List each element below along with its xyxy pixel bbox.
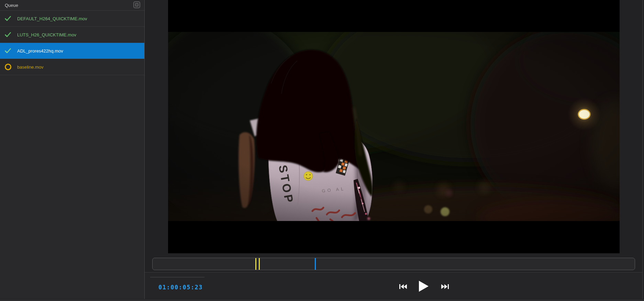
transport-bar: 01:00:05:23 (145, 272, 642, 299)
queue-item-label: DEFAULT_H264_QUICKTIME.mov (17, 16, 87, 21)
queue-item-default-h264[interactable]: DEFAULT_H264_QUICKTIME.mov (0, 11, 144, 27)
panel-icon[interactable] (133, 1, 140, 8)
transport-separator (150, 277, 204, 277)
queue-panel: Queue DEFAULT_H264_QUICKTIME.mov LUTS_H2… (0, 0, 144, 299)
timecode-display: 01:00:05:23 (158, 284, 203, 291)
queue-item-adl-prores-selected[interactable]: ADL_prores422hq.mov (0, 43, 144, 59)
video-player-letterbox: NIKE STOP (168, 0, 620, 253)
check-icon (5, 48, 11, 54)
skip-forward-icon[interactable] (441, 284, 449, 289)
play-icon[interactable] (419, 281, 429, 292)
timeline-cue-marker[interactable] (255, 258, 256, 270)
timeline-scrubber[interactable] (152, 258, 635, 270)
queue-item-label: baseline.mov (17, 65, 44, 70)
video-frame: NIKE STOP (168, 32, 620, 221)
window-bottom-strip (0, 299, 644, 301)
right-pane-border (642, 0, 643, 299)
timeline-cue-marker[interactable] (259, 258, 260, 270)
queue-item-baseline[interactable]: baseline.mov (0, 59, 144, 75)
check-icon (5, 32, 11, 37)
pending-circle-icon (5, 64, 11, 70)
sidebar-divider (144, 0, 145, 299)
panel-icon-inner-square (135, 3, 138, 7)
timeline-playhead[interactable] (315, 258, 316, 270)
skip-back-icon[interactable] (399, 284, 407, 289)
queue-item-label: ADL_prores422hq.mov (17, 48, 63, 54)
check-icon (5, 16, 11, 21)
queue-title: Queue (5, 3, 18, 8)
media-review-window: Queue DEFAULT_H264_QUICKTIME.mov LUTS_H2… (0, 0, 644, 301)
queue-item-luts-h26[interactable]: LUTS_H26_QUICKTIME.mov (0, 27, 144, 43)
queue-item-label: LUTS_H26_QUICKTIME.mov (17, 32, 76, 37)
queue-header: Queue (0, 0, 144, 11)
